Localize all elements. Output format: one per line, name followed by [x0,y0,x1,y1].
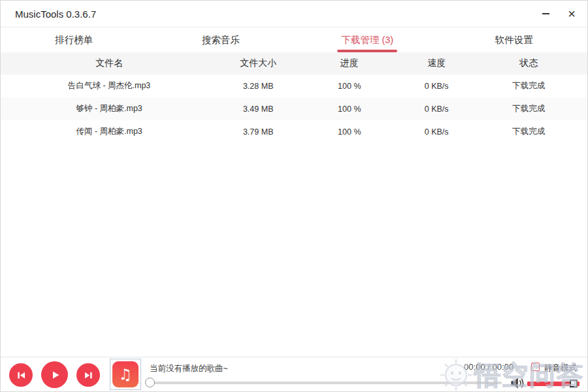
column-header-progress: 进度 [299,57,400,69]
cell-filesize: 3.28 MB [218,82,299,91]
album-art: ♫ [110,359,141,390]
column-header-filename: 文件名 [1,57,218,69]
table-row[interactable]: 告白气球 - 周杰伦.mp3 3.28 MB 100 % 0 KB/s 下载完成 [1,74,587,97]
column-header-filesize: 文件大小 [218,57,299,69]
cell-filename: 传闻 - 周柏豪.mp3 [1,126,218,137]
tab-rankings[interactable]: 排行榜单 [1,27,148,52]
player-bar: ♫ 当前没有播放的歌曲~ 00:00 / 00:00 静音模式 [1,357,587,391]
column-header-status: 状态 [473,57,585,69]
volume-slider-handle[interactable] [570,380,578,387]
app-window: MusicTools 0.3.6.7 × 排行榜单 搜索音乐 下载管理 (3) … [0,0,588,392]
cell-speed: 0 KB/s [400,127,473,137]
tab-download-manager[interactable]: 下载管理 (3) [294,27,441,52]
next-track-icon [82,369,95,382]
cell-filesize: 3.79 MB [218,127,299,137]
download-list: 告白气球 - 周杰伦.mp3 3.28 MB 100 % 0 KB/s 下载完成… [1,74,587,143]
cell-filename: 告白气球 - 周杰伦.mp3 [1,80,218,91]
minimize-button[interactable] [534,1,557,27]
next-track-button[interactable] [76,363,100,387]
cell-filesize: 3.49 MB [218,105,299,114]
cell-status: 下载完成 [473,80,585,91]
close-icon: × [568,7,576,20]
window-title: MusicTools 0.3.6.7 [15,8,96,20]
cell-status: 下载完成 [473,103,585,114]
previous-track-button[interactable] [9,363,33,387]
close-button[interactable]: × [560,1,583,27]
cell-speed: 0 KB/s [400,105,473,114]
cell-progress: 100 % [299,127,400,137]
cell-speed: 0 KB/s [400,82,473,91]
mute-checkbox[interactable] [531,363,540,371]
tab-bar: 排行榜单 搜索音乐 下载管理 (3) 软件设置 [1,27,587,52]
cell-progress: 100 % [299,105,400,114]
cell-status: 下载完成 [473,126,585,137]
album-art-tile: ♫ [112,361,139,387]
tab-settings[interactable]: 软件设置 [441,27,588,52]
now-playing-text: 当前没有播放的歌曲~ [150,363,228,374]
time-display: 00:00 / 00:00 [429,362,514,372]
progress-slider[interactable] [150,382,502,384]
tab-search-music[interactable]: 搜索音乐 [148,27,295,52]
title-bar: MusicTools 0.3.6.7 × [1,1,587,27]
play-icon [48,368,61,382]
column-header-speed: 速度 [400,57,473,69]
table-row[interactable]: 够钟 - 周柏豪.mp3 3.49 MB 100 % 0 KB/s 下载完成 [1,97,587,120]
minimize-icon [542,13,549,14]
table-header-row: 文件名 文件大小 进度 速度 状态 [1,52,587,74]
music-note-icon: ♫ [119,366,133,383]
cell-progress: 100 % [299,82,400,91]
speaker-icon[interactable] [510,377,526,389]
table-row[interactable]: 传闻 - 周柏豪.mp3 3.79 MB 100 % 0 KB/s 下载完成 [1,120,587,143]
previous-track-icon [15,369,27,382]
mute-label[interactable]: 静音模式 [544,363,577,374]
play-button[interactable] [41,361,68,388]
cell-filename: 够钟 - 周柏豪.mp3 [1,103,218,114]
progress-slider-handle[interactable] [145,378,155,387]
